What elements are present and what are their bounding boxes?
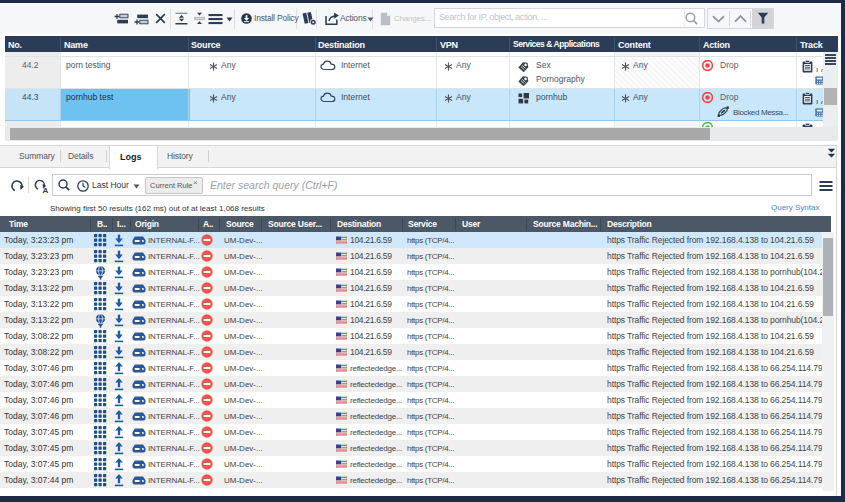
svg-text:A: A [43, 186, 49, 193]
